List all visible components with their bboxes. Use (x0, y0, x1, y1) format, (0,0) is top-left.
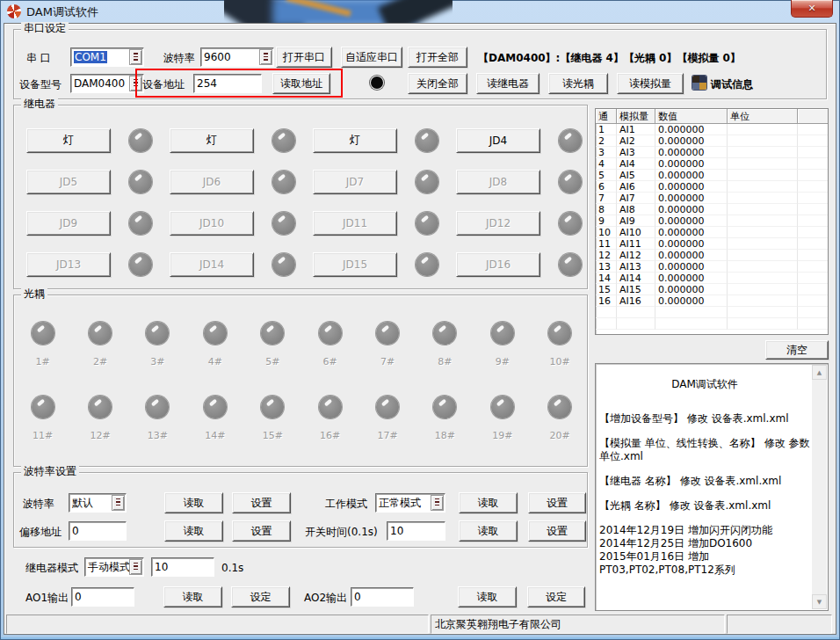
info-panel[interactable]: DAM调试软件【增加设备型号】 修改 设备表.xml.xml【模拟量 单位、线性… (595, 363, 829, 611)
baudrate-set-button[interactable]: 设置 (232, 492, 291, 513)
analog-table-row[interactable]: 8AI80.000000 (596, 204, 828, 215)
ao2-set-button[interactable]: 设定 (527, 586, 585, 607)
analog-table-cell (728, 284, 798, 295)
info-line: 【增加设备型号】 修改 设备表.xml.xml (599, 412, 810, 425)
analog-column-header[interactable]: 通 (596, 109, 617, 124)
analog-table-row[interactable]: 14AI140.000000 (596, 273, 828, 284)
info-scrollbar[interactable]: ▲ ▼ (812, 365, 827, 609)
clear-button[interactable]: 清空 (765, 340, 829, 360)
relay-button[interactable]: JD15 (313, 252, 397, 277)
analog-table-row[interactable]: 9AI90.000000 (596, 215, 828, 227)
analog-table-cell: AI1 (617, 124, 655, 135)
ao1-input[interactable] (71, 587, 134, 607)
analog-table-row[interactable]: 16AI160.000000 (596, 295, 828, 307)
relay-button[interactable]: JD7 (313, 170, 397, 194)
port-combobox[interactable]: COM1 (70, 47, 144, 67)
baud-combobox[interactable]: 9600 (200, 47, 274, 67)
work-mode-combobox[interactable]: 正常模式 (375, 493, 445, 513)
opto-channel: 1# (14, 322, 71, 396)
address-input[interactable] (193, 74, 262, 93)
analog-table-cell (728, 193, 798, 204)
baudrate-combobox[interactable]: 默认 (69, 493, 127, 513)
relay-button[interactable]: JD16 (456, 252, 540, 277)
relay-group: 继电器 灯灯灯JD4JD5JD6JD7JD8JD9JD10JD11JD12JD1… (13, 105, 588, 289)
analog-table-cell (798, 227, 828, 238)
relay-button[interactable]: 灯 (313, 128, 397, 153)
analog-table-cell (728, 295, 798, 307)
relay-indicator-lamp (397, 253, 456, 276)
client-area: 串口设定 串 口 COM1 波特率 9600 打开串口 自适应串口 打开全部 【… (4, 23, 836, 635)
adaptive-serial-button[interactable]: 自适应串口 (341, 47, 402, 68)
scroll-up-icon[interactable]: ▲ (812, 365, 827, 380)
offset-input[interactable] (69, 521, 127, 541)
analog-table-row[interactable]: 7AI70.000000 (596, 193, 828, 204)
baudrate-read-button[interactable]: 读取 (164, 492, 223, 513)
open-serial-button[interactable]: 打开串口 (276, 47, 332, 68)
close-button[interactable]: ✕ (791, 0, 833, 18)
work-mode-set-button[interactable]: 设置 (528, 492, 586, 513)
relay-button[interactable]: 灯 (26, 128, 111, 153)
relay-button[interactable]: JD6 (170, 170, 254, 194)
analog-table-row[interactable]: 13AI130.000000 (596, 261, 828, 273)
relay-time-input[interactable] (151, 557, 214, 577)
analog-column-header[interactable]: 数值 (655, 109, 728, 124)
analog-table-row[interactable]: 11AI110.000000 (596, 238, 828, 250)
analog-table-row[interactable]: 3AI30.000000 (596, 147, 828, 158)
analog-table-row[interactable]: 5AI50.000000 (596, 170, 828, 181)
analog-column-header[interactable]: 单位 (728, 109, 798, 124)
info-text: DAM调试软件【增加设备型号】 修改 设备表.xml.xml【模拟量 单位、线性… (599, 366, 810, 608)
analog-table-cell (728, 250, 798, 261)
opto-group-title: 光耦 (21, 287, 47, 300)
relay-button[interactable]: JD13 (26, 252, 111, 277)
open-all-button[interactable]: 打开全部 (408, 47, 467, 68)
relay-button[interactable]: JD14 (170, 252, 254, 277)
analog-table-cell: AI9 (617, 215, 655, 227)
relay-button[interactable]: JD10 (170, 211, 254, 236)
work-mode-read-button[interactable]: 读取 (459, 492, 518, 513)
port-dropdown-icon[interactable] (129, 49, 142, 65)
analog-table-row[interactable]: 6AI60.000000 (596, 181, 828, 193)
analog-table-row[interactable]: 1AI10.000000 (596, 124, 828, 135)
read-relay-button[interactable]: 读继电器 (476, 73, 539, 94)
model-combobox[interactable]: DAM0400 (70, 74, 144, 93)
relay-button[interactable]: JD9 (26, 211, 111, 236)
analog-table-row[interactable]: 12AI120.000000 (596, 250, 828, 261)
relay-mode-combobox[interactable]: 手动模式 (84, 557, 144, 577)
opto-label: 10# (550, 356, 570, 367)
info-title: DAM调试软件 (599, 378, 810, 391)
close-all-button[interactable]: 关闭全部 (408, 73, 467, 94)
baud-dropdown-icon[interactable] (259, 49, 272, 65)
ao2-read-button[interactable]: 读取 (458, 586, 517, 607)
ao2-input[interactable] (351, 587, 414, 607)
relay-button[interactable]: JD11 (313, 211, 397, 236)
ao1-read-button[interactable]: 读取 (163, 586, 222, 607)
relay-button[interactable]: 灯 (170, 128, 254, 153)
offset-set-button[interactable]: 设置 (232, 520, 291, 542)
analog-table-cell (798, 295, 828, 307)
analog-table-cell: AI5 (617, 170, 655, 181)
offset-read-button[interactable]: 读取 (164, 520, 223, 542)
relay-button[interactable]: JD8 (456, 170, 540, 194)
work-mode-dropdown-icon[interactable] (431, 495, 444, 511)
relay-button[interactable]: JD12 (456, 211, 540, 236)
read-opto-button[interactable]: 读光耦 (548, 73, 608, 94)
relay-button[interactable]: JD5 (26, 170, 111, 194)
analog-table-row[interactable]: 4AI40.000000 (596, 158, 828, 170)
analog-table-row[interactable]: 15AI150.000000 (596, 284, 828, 295)
baudrate-dropdown-icon[interactable] (112, 495, 125, 511)
switch-time-input[interactable] (387, 521, 445, 541)
analog-column-header[interactable] (798, 109, 828, 124)
switch-time-set-button[interactable]: 设置 (528, 520, 586, 542)
analog-table-row[interactable]: 2AI20.000000 (596, 135, 828, 147)
switch-time-read-button[interactable]: 读取 (459, 520, 518, 542)
titlebar[interactable]: DAM调试软件 ✕ (0, 0, 840, 23)
opto-channel: 14# (186, 396, 243, 469)
relay-mode-dropdown-icon[interactable] (129, 559, 142, 575)
analog-column-header[interactable]: 模拟量 (617, 109, 655, 124)
ao1-set-button[interactable]: 设定 (231, 586, 290, 607)
relay-button[interactable]: JD4 (456, 128, 540, 153)
read-analog-button[interactable]: 读模拟量 (617, 73, 684, 94)
read-address-button[interactable]: 读取地址 (272, 73, 330, 94)
analog-table-row[interactable]: 10AI100.000000 (596, 227, 828, 238)
scroll-down-icon[interactable]: ▼ (812, 594, 827, 609)
